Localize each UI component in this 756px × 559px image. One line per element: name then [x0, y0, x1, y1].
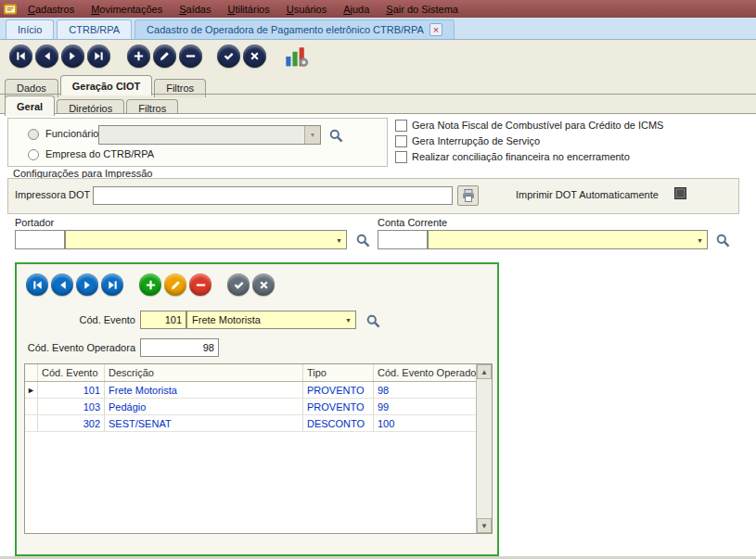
- portador-combo[interactable]: ▼: [65, 230, 347, 249]
- menu-ajuda[interactable]: Ajuda: [335, 2, 378, 17]
- next-icon: [67, 50, 79, 62]
- previous-icon: [57, 279, 69, 291]
- funcionario-combo[interactable]: ▼: [98, 125, 321, 145]
- tab-inicio[interactable]: Início: [6, 19, 54, 39]
- table-row[interactable]: 302 SEST/SENAT DESCONTO 100: [25, 415, 492, 432]
- cancel-button[interactable]: [243, 44, 266, 68]
- search-icon: [355, 233, 371, 248]
- gera-nf-icms-checkbox[interactable]: [395, 120, 407, 132]
- printer-icon: [461, 188, 476, 203]
- previous-record-button[interactable]: [35, 44, 58, 68]
- cell-descricao: Frete Motorista: [105, 382, 303, 398]
- tab-cadastro-operadora-label: Cadastro de Operadora de Pagamento eletr…: [147, 24, 424, 35]
- eventos-delete-button[interactable]: [189, 273, 211, 296]
- cod-evento-code-input[interactable]: [140, 311, 186, 329]
- funcionario-dropdown-icon[interactable]: ▼: [304, 126, 320, 144]
- cod-evento-dropdown-icon[interactable]: ▼: [345, 317, 352, 324]
- portador-label: Portador: [15, 217, 54, 228]
- portador-dropdown-icon[interactable]: ▼: [336, 236, 342, 243]
- tab-inicio-label: Início: [18, 24, 42, 35]
- printer-button[interactable]: [457, 185, 479, 206]
- app-window: Cadastros Movimentações Saídas Utilitári…: [0, 0, 756, 559]
- portador-code-input[interactable]: [15, 230, 65, 249]
- eventos-add-button[interactable]: [139, 273, 161, 296]
- delete-record-button[interactable]: [179, 44, 202, 68]
- first-icon: [15, 50, 27, 62]
- search-icon: [715, 233, 731, 248]
- table-row[interactable]: ► 101 Frete Motorista PROVENTO 98: [25, 382, 492, 399]
- window-tab-bar: Início CTRB/RPA Cadastro de Operadora de…: [0, 18, 756, 40]
- first-record-button[interactable]: [9, 44, 32, 68]
- x-icon: [258, 279, 270, 291]
- conta-corrente-search-button[interactable]: [713, 231, 732, 249]
- cod-evento-operadora-label: Cód. Evento Operadora: [24, 342, 135, 353]
- funcionario-radio[interactable]: [28, 129, 39, 140]
- menu-sair-do-sistema[interactable]: Sair do Sistema: [378, 2, 467, 17]
- conciliacao-checkbox[interactable]: [395, 151, 407, 163]
- report-chart-button[interactable]: [284, 44, 310, 70]
- cell-cod-evento: 103: [38, 399, 105, 414]
- eventos-last-button[interactable]: [101, 273, 123, 296]
- impressora-dot-input[interactable]: [93, 186, 453, 205]
- grid-header-cod-evento[interactable]: Cód. Evento: [38, 364, 105, 381]
- cod-evento-label: Cód. Evento: [24, 314, 135, 325]
- gera-interrupcao-checkbox[interactable]: [395, 135, 407, 147]
- grid-header-descricao[interactable]: Descrição: [105, 364, 303, 381]
- menu-saidas[interactable]: Saídas: [171, 2, 219, 17]
- empresa-radio-label: Empresa do CTRB/RPA: [45, 148, 154, 159]
- tab-dados[interactable]: Dados: [5, 79, 58, 97]
- tab-geracao-ciot[interactable]: Geração CIOT: [60, 75, 152, 95]
- scroll-up-button[interactable]: ▲: [477, 364, 492, 379]
- eventos-panel: Cód. Evento Frete Motorista ▼ Cód. Event…: [15, 262, 499, 556]
- edit-record-button[interactable]: [153, 44, 176, 68]
- subtab-geral[interactable]: Geral: [5, 95, 55, 116]
- conta-corrente-code-input[interactable]: [378, 230, 428, 249]
- eventos-first-button[interactable]: [26, 273, 48, 296]
- menu-utilitarios[interactable]: Utilitários: [219, 2, 277, 17]
- minus-icon: [195, 279, 207, 291]
- eventos-cancel-button[interactable]: [252, 273, 275, 296]
- imprimir-auto-checkbox[interactable]: [674, 187, 686, 199]
- add-record-button[interactable]: [127, 44, 150, 68]
- cell-tipo: PROVENTO: [303, 399, 374, 414]
- pencil-icon: [170, 279, 182, 291]
- search-icon: [365, 313, 381, 329]
- portador-search-button[interactable]: [353, 231, 372, 249]
- tab-filtros[interactable]: Filtros: [154, 79, 206, 97]
- cell-cod-evento-operadora: 99: [374, 399, 478, 414]
- eventos-edit-button[interactable]: [164, 273, 186, 296]
- cod-evento-combo-value: Frete Motorista: [192, 314, 261, 325]
- cod-evento-search-button[interactable]: [364, 311, 382, 330]
- conta-corrente-dropdown-icon[interactable]: ▼: [697, 236, 703, 243]
- plus-icon: [133, 50, 145, 62]
- eventos-next-button[interactable]: [76, 273, 98, 296]
- cod-evento-combo[interactable]: Frete Motorista ▼: [186, 311, 356, 329]
- next-record-button[interactable]: [61, 44, 84, 68]
- close-tab-icon[interactable]: ×: [429, 23, 442, 36]
- last-record-button[interactable]: [87, 44, 110, 68]
- cell-descricao: Pedágio: [105, 399, 303, 414]
- grid-vertical-scrollbar[interactable]: ▲ ▼: [476, 364, 492, 533]
- scroll-down-button[interactable]: ▼: [477, 518, 492, 533]
- confirm-button[interactable]: [217, 44, 240, 68]
- grid-header-cod-evento-operadora[interactable]: Cód. Evento Operadora: [374, 364, 478, 381]
- menu-cadastros[interactable]: Cadastros: [19, 2, 83, 17]
- menu-usuarios[interactable]: Usuários: [278, 2, 335, 17]
- tab-ctrb-rpa[interactable]: CTRB/RPA: [57, 19, 132, 39]
- previous-icon: [41, 50, 53, 62]
- empresa-radio[interactable]: [28, 149, 39, 160]
- pencil-icon: [159, 50, 171, 62]
- eventos-previous-button[interactable]: [51, 273, 73, 296]
- cell-cod-evento-operadora: 98: [374, 382, 478, 398]
- funcionario-search-button[interactable]: [327, 126, 345, 145]
- tab-cadastro-operadora[interactable]: Cadastro de Operadora de Pagamento eletr…: [135, 19, 455, 39]
- conta-corrente-combo[interactable]: ▼: [428, 230, 708, 249]
- eventos-confirm-button[interactable]: [227, 273, 250, 296]
- current-row-pointer-icon: ►: [27, 386, 35, 395]
- grid-header-tipo[interactable]: Tipo: [303, 364, 374, 381]
- bar-chart-gear-icon: [285, 44, 309, 69]
- main-tab-bar: DadosGeração CIOTFiltros: [5, 75, 208, 95]
- cod-evento-operadora-input[interactable]: [140, 338, 219, 357]
- table-row[interactable]: 103 Pedágio PROVENTO 99: [25, 399, 492, 415]
- menu-movimentacoes[interactable]: Movimentações: [83, 2, 171, 17]
